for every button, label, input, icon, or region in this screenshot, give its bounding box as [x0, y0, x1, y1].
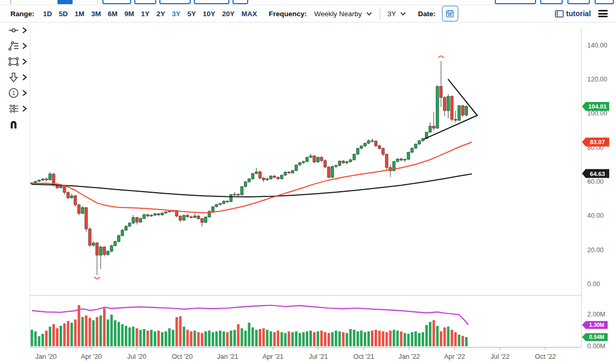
ma-value-badge-text: 64.63: [590, 171, 605, 177]
candlestick: [143, 215, 145, 219]
candlestick: [422, 138, 424, 140]
price-chart[interactable]: 140.00120.00100.0080.0060.0040.0020.000.…: [0, 0, 616, 364]
volume-value-badge-text: 1.30M: [589, 322, 604, 328]
candlestick: [78, 205, 80, 213]
volume-bar: [49, 326, 51, 346]
candlestick: [139, 218, 142, 222]
volume-bar: [251, 327, 254, 346]
volume-bar: [277, 331, 280, 346]
price-axis-label: 0.00: [587, 280, 600, 288]
volume-bar: [197, 332, 200, 346]
volume-bar: [429, 322, 432, 346]
tool-fibonacci[interactable]: [0, 101, 30, 116]
candlestick: [298, 163, 301, 165]
candlestick: [212, 207, 214, 212]
volume-bar: [165, 332, 167, 347]
chevron-right-icon[interactable]: [22, 27, 27, 33]
volume-bar: [146, 331, 149, 346]
volume-bar: [451, 330, 454, 347]
candlestick: [371, 140, 374, 141]
candlestick: [273, 176, 276, 178]
tool-annotation-list[interactable]: [0, 38, 30, 54]
candlestick: [454, 120, 457, 121]
candlestick: [230, 195, 233, 202]
volume-bar: [121, 324, 124, 346]
volume-bar: [335, 331, 338, 346]
volume-bar: [140, 330, 142, 347]
chevron-right-icon[interactable]: [22, 105, 27, 112]
volume-bar: [241, 328, 243, 347]
volume-bar: [284, 333, 287, 346]
candlestick: [349, 160, 352, 162]
volume-bar: [52, 324, 55, 346]
candlestick: [114, 242, 117, 246]
candlestick: [313, 156, 316, 162]
chevron-right-icon[interactable]: [22, 58, 27, 65]
tool-number-label[interactable]: 1: [0, 85, 30, 101]
volume-bar: [34, 332, 37, 347]
price-axis-label: 20.00: [587, 246, 603, 254]
candlestick: [99, 247, 102, 255]
volume-bar: [96, 317, 98, 346]
volume-bar: [465, 337, 468, 347]
candlestick: [382, 148, 385, 154]
volume-bar: [367, 332, 370, 347]
arrow-down-icon: [7, 71, 20, 84]
tool-magnet[interactable]: [0, 116, 30, 132]
candlestick: [306, 157, 308, 161]
volume-bar: [234, 330, 236, 347]
volume-bar: [397, 331, 399, 346]
candlestick: [110, 245, 113, 251]
candlestick: [179, 216, 182, 220]
volume-bar: [255, 330, 258, 347]
candlestick: [287, 172, 290, 173]
price-axis-label: 120.00: [587, 76, 607, 83]
candlestick: [331, 167, 334, 178]
candlestick: [103, 247, 106, 254]
candlestick: [223, 201, 225, 204]
volume-bar: [461, 336, 464, 346]
candlestick: [154, 214, 156, 215]
tool-shapes[interactable]: [0, 54, 30, 69]
volume-bar: [298, 333, 301, 346]
chevron-right-icon[interactable]: [22, 43, 27, 49]
candlestick: [49, 174, 51, 180]
candlestick: [193, 216, 196, 218]
candlestick: [436, 87, 439, 128]
volume-axis-label: 2.00M: [587, 311, 606, 318]
shapes-icon: [7, 55, 20, 68]
candlestick: [248, 179, 250, 182]
candlestick: [270, 176, 272, 179]
volume-bar: [193, 331, 196, 346]
tool-trendline[interactable]: [0, 22, 30, 38]
price-axis-label: 140.00: [587, 42, 607, 49]
candlestick: [92, 243, 95, 245]
candlestick: [67, 192, 69, 198]
volume-bar: [313, 332, 316, 346]
number-label-icon: 1: [7, 87, 20, 99]
volume-bar: [161, 332, 164, 346]
volume-bar: [400, 332, 403, 347]
candlestick: [414, 144, 417, 148]
volume-bar: [259, 329, 261, 346]
high-pattern-marker: [438, 56, 444, 58]
candlestick: [433, 126, 435, 128]
chevron-right-icon[interactable]: [22, 74, 27, 80]
candlestick: [107, 251, 109, 254]
volume-bar: [226, 332, 229, 346]
volume-bar: [45, 331, 48, 346]
tool-arrow-down[interactable]: [0, 69, 30, 85]
volume-bar: [248, 323, 250, 346]
candlestick: [81, 208, 84, 214]
volume-bar: [237, 324, 240, 346]
volume-bar: [270, 332, 272, 347]
volume-bar: [346, 333, 348, 346]
x-axis-label: Apr '20: [81, 353, 102, 360]
volume-bar: [56, 328, 59, 347]
candlestick: [129, 223, 131, 226]
chevron-right-icon[interactable]: [22, 90, 27, 96]
candlestick: [165, 212, 167, 213]
volume-bar: [74, 320, 77, 346]
volume-bar: [458, 335, 460, 346]
volume-bar: [223, 332, 225, 347]
